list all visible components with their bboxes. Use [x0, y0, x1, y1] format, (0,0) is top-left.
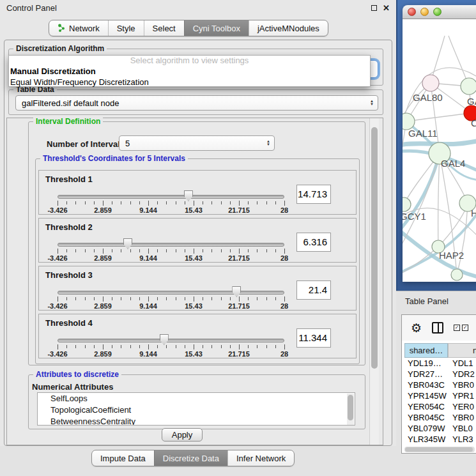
close-traffic-light-icon[interactable] [408, 8, 416, 16]
table-row[interactable]: YPR145WYPR1 [404, 390, 476, 401]
tab-discretize-data[interactable]: Discretize Data [154, 450, 227, 466]
threshold-value-field[interactable]: 14.713 [296, 185, 331, 204]
table-cell: YER054C [404, 401, 448, 412]
table-rows: YDL19…YDL1YDR27…YDR2YBR043CYBR0YPR145WYP… [404, 358, 476, 448]
tick-label: 28 [280, 350, 288, 358]
slider-tick [275, 345, 276, 348]
float-window-icon[interactable] [371, 5, 377, 11]
slider-tick [166, 201, 167, 204]
algorithm-option-equal-width-frequency-discretization[interactable]: Equal Width/Frequency Discretization [9, 77, 370, 88]
tab-network[interactable]: Network [49, 20, 108, 36]
table-cell: YDR27… [404, 369, 448, 380]
network-canvas[interactable]: GAL80GACGAL11GAL4GCY1HHAP2 [403, 19, 476, 282]
network-node-gcy1[interactable] [403, 197, 411, 211]
slider-track[interactable] [58, 291, 284, 295]
table-panel-title: Table Panel [405, 296, 449, 306]
apply-button[interactable]: Apply [162, 428, 203, 441]
slider-tick [185, 201, 185, 204]
attribute-item[interactable]: TopologicalCoefficient [38, 404, 355, 416]
slider-tick [112, 249, 112, 252]
tab-infer-network[interactable]: Infer Network [227, 450, 294, 466]
network-node[interactable] [451, 269, 463, 280]
slider-tick [66, 201, 67, 204]
table-cell: YBR0 [448, 412, 476, 423]
table-data-combo[interactable]: galFiltered.sif default node ▲▼ [15, 95, 378, 111]
numerical-attributes-label: Numerical Attributes [32, 382, 113, 392]
algorithm-option-manual-discretization[interactable]: Manual Discretization [9, 66, 370, 77]
settings-scrollbar[interactable] [369, 118, 379, 445]
slider-tick [266, 345, 267, 348]
columns-icon[interactable] [432, 322, 443, 334]
list-scrollbar[interactable] [347, 394, 354, 426]
table-row[interactable]: YDR27…YDR2 [404, 369, 476, 380]
slider-tick [130, 297, 131, 300]
tick-label: 9.144 [139, 254, 157, 262]
numerical-attributes-list[interactable]: SelfLoopsTopologicalCoefficientBetweenne… [37, 392, 355, 426]
scrollbar-thumb[interactable] [348, 395, 353, 420]
tab-style[interactable]: Style [108, 20, 144, 36]
tab-jactivemnodules[interactable]: jActiveMNodules [249, 20, 328, 36]
threshold-panel-4: Threshold 4 -3.4262.8599.14415.4321.7152… [38, 314, 357, 358]
slider-tick [203, 345, 203, 348]
slider-thumb[interactable] [184, 190, 193, 201]
table-row[interactable]: YBL079WYBL0 [404, 423, 476, 434]
slider-track[interactable] [58, 195, 284, 199]
table-row[interactable]: YBR043CYBR0 [404, 380, 476, 390]
slider-tick [157, 297, 158, 300]
attribute-item[interactable]: BetweennessCentrality [38, 416, 355, 426]
slider-tick [85, 201, 86, 204]
table-horizontal-scrollbar[interactable] [404, 447, 475, 452]
slider-tick [130, 201, 131, 204]
threshold-label: Threshold 3 [45, 270, 93, 280]
number-of-intervals-combo[interactable]: 5 ▲▼ [119, 135, 275, 151]
tab-cyni-toolbox[interactable]: Cyni Toolbox [184, 20, 249, 36]
network-node-ga[interactable] [461, 78, 476, 95]
table-row[interactable]: YLR345WYLR3 [404, 434, 476, 445]
slider-thumb[interactable] [160, 334, 169, 345]
threshold-value-field[interactable]: 21.4 [296, 280, 331, 300]
table-row[interactable]: YDL19…YDL1 [404, 358, 476, 369]
slider-tick [148, 201, 149, 206]
table-panel-titlebar: Table Panel [396, 291, 476, 311]
slider-thumb[interactable] [123, 238, 132, 249]
slider-tick [112, 297, 112, 300]
table-cell: YBL0 [448, 423, 476, 434]
tab-impute-data[interactable]: Impute Data [92, 450, 154, 466]
combo-arrows-icon: ▲▼ [370, 100, 374, 106]
slider-thumb[interactable] [232, 286, 241, 297]
column-header-1[interactable]: shared… [404, 343, 448, 358]
network-graph[interactable]: GAL80GACGAL11GAL4GCY1HHAP2 [403, 19, 476, 282]
network-edge[interactable] [403, 247, 438, 275]
network-edge[interactable] [406, 113, 472, 121]
slider-tick [221, 249, 222, 252]
slider-tick [58, 296, 58, 302]
attribute-item[interactable]: SelfLoops [38, 393, 355, 404]
slider-tick [103, 344, 104, 349]
tick-label: 2.859 [94, 206, 112, 214]
scrollbar-thumb[interactable] [371, 127, 378, 369]
tick-label: 15.43 [185, 206, 203, 214]
number-of-intervals-value: 5 [119, 139, 130, 148]
slider-tick [185, 249, 185, 252]
table-row[interactable]: YER054CYER0 [404, 401, 476, 412]
threshold-value-field[interactable]: 11.344 [296, 328, 331, 348]
tab-select[interactable]: Select [144, 20, 184, 36]
scrollbar-thumb[interactable] [405, 447, 473, 452]
group-title-algorithm: Discretization Algorithm [13, 44, 107, 53]
gear-icon[interactable]: ⚙ [411, 322, 422, 334]
network-view-window: GAL80GACGAL11GAL4GCY1HHAP2 [403, 5, 476, 282]
close-icon[interactable]: ✕ [383, 4, 390, 12]
checkbox-icon[interactable]: ✓ [454, 325, 460, 331]
slider-tick [166, 345, 167, 348]
slider-tick [257, 297, 257, 300]
slider-track[interactable] [58, 243, 284, 247]
minimize-traffic-light-icon[interactable] [420, 8, 429, 16]
threshold-value-field[interactable]: 6.316 [296, 233, 331, 252]
checkbox-icon[interactable]: ✓ [462, 325, 468, 331]
column-header-2[interactable]: na [448, 343, 476, 358]
network-edge[interactable] [438, 153, 440, 247]
slider-track[interactable] [58, 339, 284, 342]
table-row[interactable]: YBR045CYBR0 [404, 412, 476, 423]
zoom-traffic-light-icon[interactable] [433, 8, 441, 16]
network-node-gal80[interactable] [422, 75, 439, 91]
